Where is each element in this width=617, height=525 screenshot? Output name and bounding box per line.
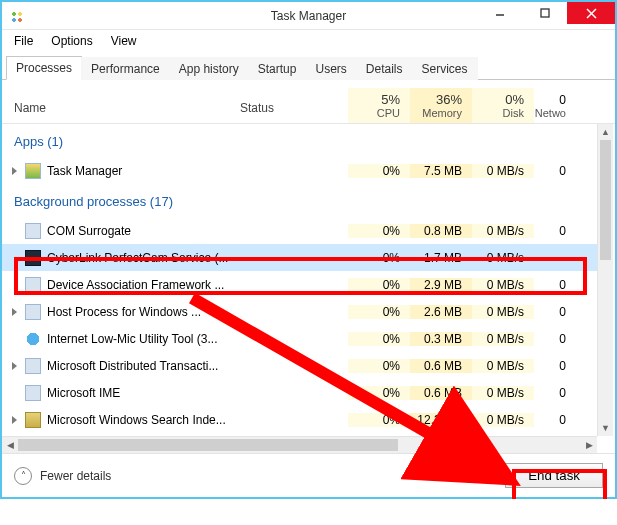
minimize-icon <box>495 8 505 18</box>
scroll-track[interactable] <box>18 437 581 453</box>
process-icon <box>25 358 41 374</box>
menu-view[interactable]: View <box>103 32 145 50</box>
process-row-selected[interactable]: CyberLink PerfectCam Service (... 0% 1.7… <box>2 244 597 271</box>
process-row[interactable]: Microsoft Windows Search Inde... 0% 12.3… <box>2 406 597 433</box>
process-row[interactable]: Microsoft Distributed Transacti... 0% 0.… <box>2 352 597 379</box>
close-button[interactable] <box>567 2 615 24</box>
tab-services[interactable]: Services <box>412 57 478 80</box>
maximize-icon <box>540 8 550 18</box>
group-apps[interactable]: Apps (1) <box>2 124 597 157</box>
horizontal-scrollbar[interactable]: ◀ ▶ <box>2 436 597 453</box>
app-icon <box>8 8 24 24</box>
menubar: File Options View <box>2 30 615 52</box>
process-name: Microsoft Distributed Transacti... <box>47 359 218 373</box>
cell-net: 0 <box>534 164 570 178</box>
column-headers: Name Status 5% CPU 36% Memory 0% Disk 0 … <box>2 80 615 124</box>
process-icon <box>25 385 41 401</box>
col-memory[interactable]: 36% Memory <box>410 88 472 123</box>
col-network[interactable]: 0 Netwo <box>534 89 570 123</box>
process-name: Host Process for Windows ... <box>47 305 201 319</box>
tab-users[interactable]: Users <box>305 57 356 80</box>
process-row[interactable]: Host Process for Windows ... 0% 2.6 MB 0… <box>2 298 597 325</box>
titlebar[interactable]: Task Manager <box>2 2 615 30</box>
fewer-details-button[interactable]: ˄ Fewer details <box>14 467 111 485</box>
scroll-up-icon[interactable]: ▲ <box>598 124 613 140</box>
process-row[interactable]: Microsoft IME 0% 0.6 MB 0 MB/s 0 <box>2 379 597 406</box>
menu-options[interactable]: Options <box>43 32 100 50</box>
process-row[interactable]: Internet Low-Mic Utility Tool (3... 0% 0… <box>2 325 597 352</box>
process-name: Internet Low-Mic Utility Tool (3... <box>47 332 218 346</box>
scroll-thumb[interactable] <box>600 140 611 260</box>
expand-icon[interactable] <box>12 362 17 370</box>
expand-icon[interactable] <box>12 167 17 175</box>
window-title: Task Manager <box>271 9 346 23</box>
col-name[interactable]: Name <box>2 101 232 123</box>
process-row-task-manager[interactable]: Task Manager 0% 7.5 MB 0 MB/s 0 <box>2 157 597 184</box>
maximize-button[interactable] <box>522 2 567 24</box>
process-row[interactable]: Device Association Framework ... 0% 2.9 … <box>2 271 597 298</box>
scroll-track[interactable] <box>598 140 613 420</box>
chevron-up-icon: ˄ <box>14 467 32 485</box>
vertical-scrollbar[interactable]: ▲ ▼ <box>597 124 613 436</box>
expand-icon[interactable] <box>12 416 17 424</box>
process-name: Microsoft Windows Search Inde... <box>47 413 226 427</box>
end-task-button[interactable]: End task <box>505 463 603 488</box>
process-row[interactable]: COM Surrogate 0% 0.8 MB 0 MB/s 0 <box>2 217 597 244</box>
col-status[interactable]: Status <box>232 101 348 123</box>
process-name: Device Association Framework ... <box>47 278 224 292</box>
scroll-down-icon[interactable]: ▼ <box>598 420 613 436</box>
scroll-left-icon[interactable]: ◀ <box>2 440 18 450</box>
process-icon <box>25 277 41 293</box>
scroll-right-icon[interactable]: ▶ <box>581 440 597 450</box>
footer: ˄ Fewer details End task <box>2 453 615 497</box>
col-disk[interactable]: 0% Disk <box>472 88 534 123</box>
tab-strip: Processes Performance App history Startu… <box>2 52 615 80</box>
scroll-thumb[interactable] <box>18 439 398 451</box>
process-icon <box>25 163 41 179</box>
process-icon <box>25 304 41 320</box>
svg-rect-1 <box>541 9 549 17</box>
menu-file[interactable]: File <box>6 32 41 50</box>
process-icon <box>25 250 41 266</box>
process-icon <box>25 223 41 239</box>
cell-disk: 0 MB/s <box>472 164 534 178</box>
cell-mem: 7.5 MB <box>410 164 472 178</box>
tab-processes[interactable]: Processes <box>6 56 82 80</box>
tab-details[interactable]: Details <box>356 57 413 80</box>
cell-cpu: 0% <box>348 164 410 178</box>
tab-performance[interactable]: Performance <box>81 57 170 80</box>
minimize-button[interactable] <box>477 2 522 24</box>
col-cpu[interactable]: 5% CPU <box>348 88 410 123</box>
process-name: COM Surrogate <box>47 224 131 238</box>
group-background[interactable]: Background processes (17) <box>2 184 597 217</box>
process-name: CyberLink PerfectCam Service (... <box>47 251 228 265</box>
expand-icon[interactable] <box>12 308 17 316</box>
tab-app-history[interactable]: App history <box>169 57 249 80</box>
close-icon <box>586 8 597 19</box>
process-name: Microsoft IME <box>47 386 120 400</box>
tab-startup[interactable]: Startup <box>248 57 307 80</box>
process-icon <box>25 331 41 347</box>
process-name: Task Manager <box>47 164 122 178</box>
process-icon <box>25 412 41 428</box>
